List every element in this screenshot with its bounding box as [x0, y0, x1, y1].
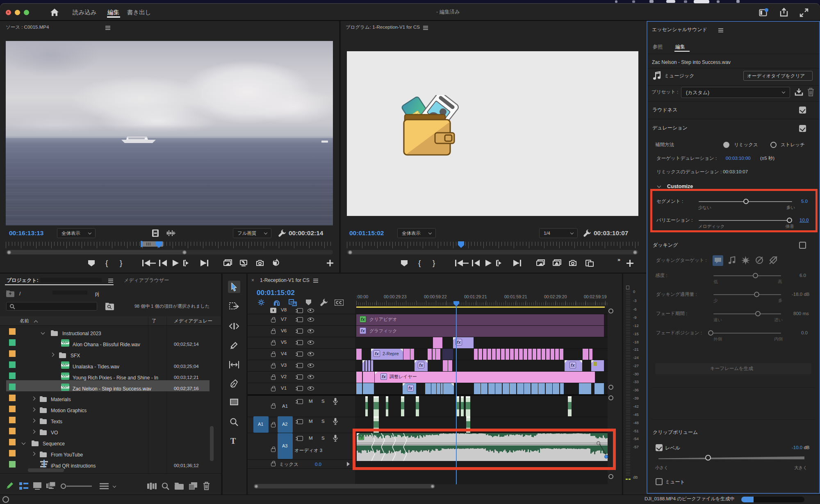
svg-text:}: } [120, 259, 122, 267]
svg-text:}: } [433, 259, 435, 267]
svg-text:{: { [105, 259, 108, 267]
svg-text:{: { [418, 259, 421, 267]
